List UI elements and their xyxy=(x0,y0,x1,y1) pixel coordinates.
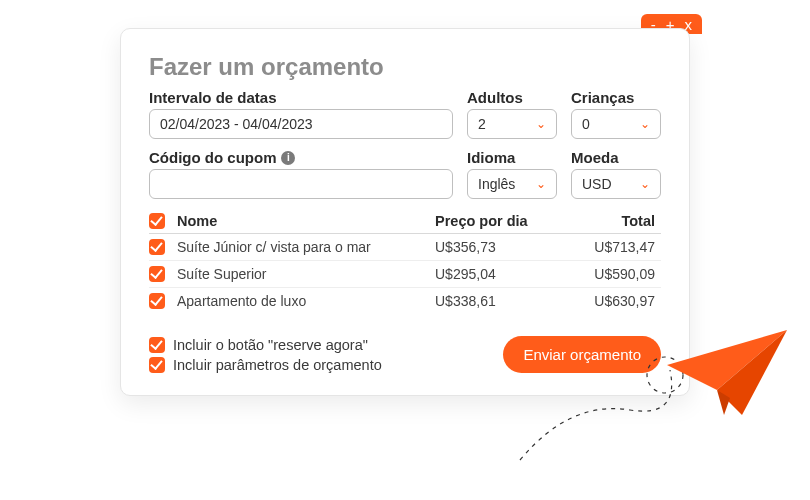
room-total: U$713,47 xyxy=(561,239,661,255)
chevron-down-icon: ⌄ xyxy=(536,177,546,191)
include-params-option[interactable]: Incluir parâmetros de orçamento xyxy=(149,357,382,373)
chevron-down-icon: ⌄ xyxy=(640,117,650,131)
room-price: U$338,61 xyxy=(435,293,555,309)
row-checkbox[interactable] xyxy=(149,293,165,309)
room-price: U$295,04 xyxy=(435,266,555,282)
children-select[interactable]: 0 ⌄ xyxy=(571,109,661,139)
page-title: Fazer um orçamento xyxy=(149,53,661,81)
chevron-down-icon: ⌄ xyxy=(536,117,546,131)
room-total: U$590,09 xyxy=(561,266,661,282)
children-label: Crianças xyxy=(571,89,661,106)
col-price-header: Preço por dia xyxy=(435,213,555,229)
currency-select[interactable]: USD ⌄ xyxy=(571,169,661,199)
table-row: Suíte Júnior c/ vista para o mar U$356,7… xyxy=(149,234,661,261)
room-name: Suíte Júnior c/ vista para o mar xyxy=(177,239,429,255)
col-total-header: Total xyxy=(561,213,661,229)
coupon-label-text: Código do cupom xyxy=(149,149,276,166)
table-row: Suíte Superior U$295,04 U$590,09 xyxy=(149,261,661,288)
include-book-now-label: Incluir o botão "reserve agora" xyxy=(173,337,368,353)
room-total: U$630,97 xyxy=(561,293,661,309)
language-value: Inglês xyxy=(478,176,515,192)
col-name-header: Nome xyxy=(177,213,429,229)
date-range-value: 02/04/2023 - 04/04/2023 xyxy=(160,116,313,132)
coupon-label: Código do cupom i xyxy=(149,149,453,166)
room-name: Apartamento de luxo xyxy=(177,293,429,309)
chevron-down-icon: ⌄ xyxy=(640,177,650,191)
row-checkbox[interactable] xyxy=(149,266,165,282)
children-value: 0 xyxy=(582,116,590,132)
select-all-checkbox[interactable] xyxy=(149,213,165,229)
date-range-input[interactable]: 02/04/2023 - 04/04/2023 xyxy=(149,109,453,139)
include-book-now-option[interactable]: Incluir o botão "reserve agora" xyxy=(149,337,382,353)
row-checkbox[interactable] xyxy=(149,239,165,255)
info-icon[interactable]: i xyxy=(281,151,295,165)
quote-window: Fazer um orçamento Intervalo de datas 02… xyxy=(120,28,690,396)
date-range-label: Intervalo de datas xyxy=(149,89,453,106)
paper-plane-icon xyxy=(662,320,792,430)
adults-select[interactable]: 2 ⌄ xyxy=(467,109,557,139)
currency-label: Moeda xyxy=(571,149,661,166)
rooms-table: Nome Preço por dia Total Suíte Júnior c/… xyxy=(149,213,661,314)
room-price: U$356,73 xyxy=(435,239,555,255)
include-params-label: Incluir parâmetros de orçamento xyxy=(173,357,382,373)
language-label: Idioma xyxy=(467,149,557,166)
room-name: Suíte Superior xyxy=(177,266,429,282)
language-select[interactable]: Inglês ⌄ xyxy=(467,169,557,199)
include-book-now-checkbox[interactable] xyxy=(149,337,165,353)
send-quote-button[interactable]: Enviar orçamento xyxy=(503,336,661,373)
coupon-input[interactable] xyxy=(149,169,453,199)
include-params-checkbox[interactable] xyxy=(149,357,165,373)
currency-value: USD xyxy=(582,176,612,192)
adults-value: 2 xyxy=(478,116,486,132)
table-row: Apartamento de luxo U$338,61 U$630,97 xyxy=(149,288,661,314)
adults-label: Adultos xyxy=(467,89,557,106)
